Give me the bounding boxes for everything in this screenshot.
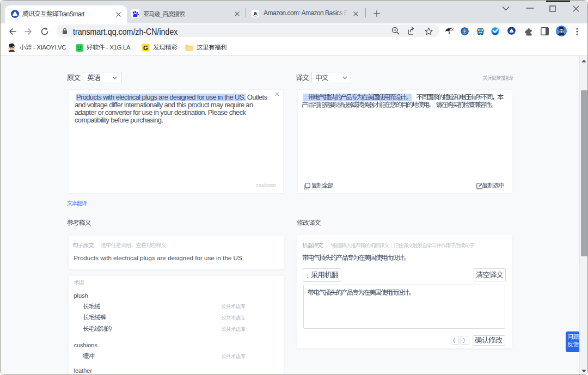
- svg-text:a: a: [254, 10, 257, 16]
- svg-text:TranSmart: TranSmart: [58, 10, 85, 18]
- svg-text:_: _: [159, 11, 163, 17]
- svg-text:G: G: [143, 45, 148, 51]
- svg-text:- X1G.LA: - X1G.LA: [106, 45, 131, 51]
- svg-text:*: *: [330, 242, 333, 248]
- svg-text:- XIAOYI.VC: - XIAOYI.VC: [33, 45, 66, 51]
